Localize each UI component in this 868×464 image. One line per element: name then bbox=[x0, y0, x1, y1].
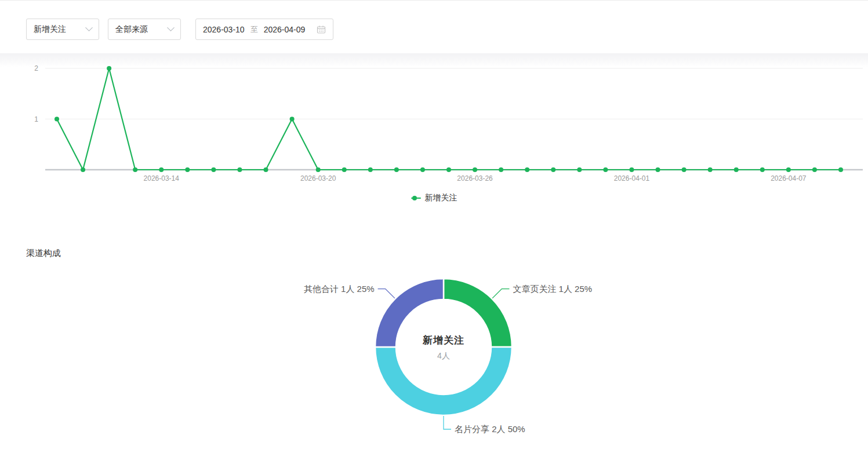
line-chart-legend-item[interactable]: 新增关注 bbox=[0, 193, 868, 203]
followers-line-chart: 122026-03-142026-03-202026-03-262026-04-… bbox=[0, 56, 868, 189]
line-legend-label: 新增关注 bbox=[425, 193, 457, 203]
svg-text:2: 2 bbox=[34, 64, 38, 72]
source-select[interactable]: 全部来源 bbox=[108, 19, 181, 40]
donut-center-value: 4人 bbox=[380, 351, 507, 361]
analytics-page: 新增关注 全部来源 2026-03-10 至 2026-04-09 bbox=[0, 0, 868, 464]
date-range-start[interactable]: 2026-03-10 bbox=[203, 25, 245, 34]
svg-text:2026-04-01: 2026-04-01 bbox=[614, 174, 650, 182]
line-series-marker-icon bbox=[411, 198, 421, 199]
svg-text:2026-03-14: 2026-03-14 bbox=[144, 174, 180, 182]
metric-select[interactable]: 新增关注 bbox=[26, 19, 99, 40]
metric-select-value: 新增关注 bbox=[34, 24, 66, 35]
donut-center-title: 新增关注 bbox=[380, 334, 507, 347]
calendar-icon[interactable] bbox=[317, 25, 326, 34]
chevron-down-icon bbox=[167, 24, 175, 31]
donut-chart-canvas bbox=[0, 267, 868, 464]
svg-text:2026-04-07: 2026-04-07 bbox=[771, 174, 807, 182]
channel-donut-chart: 文章页关注 1人 25%名片分享 2人 50%其他合计 1人 25% 文章页关注… bbox=[0, 267, 868, 464]
donut-slice-label: 文章页关注 1人 25% bbox=[513, 283, 592, 295]
donut-slice-label: 其他合计 1人 25% bbox=[304, 283, 375, 295]
line-chart-canvas: 122026-03-142026-03-202026-03-262026-04-… bbox=[0, 56, 868, 189]
source-select-value: 全部来源 bbox=[115, 24, 148, 35]
donut-slice-label: 名片分享 2人 50% bbox=[455, 423, 525, 435]
svg-text:2026-03-20: 2026-03-20 bbox=[300, 174, 336, 182]
chevron-down-icon bbox=[85, 24, 93, 31]
date-range-separator: 至 bbox=[250, 24, 258, 35]
svg-text:2026-03-26: 2026-03-26 bbox=[457, 174, 493, 182]
date-range-end[interactable]: 2026-04-09 bbox=[264, 25, 306, 34]
filter-toolbar: 新增关注 全部来源 2026-03-10 至 2026-04-09 bbox=[0, 1, 868, 53]
channel-section-title: 渠道构成 bbox=[26, 248, 61, 259]
svg-text:1: 1 bbox=[34, 115, 38, 123]
date-range-picker[interactable]: 2026-03-10 至 2026-04-09 bbox=[195, 19, 333, 40]
donut-center-label: 新增关注 4人 bbox=[380, 334, 507, 361]
